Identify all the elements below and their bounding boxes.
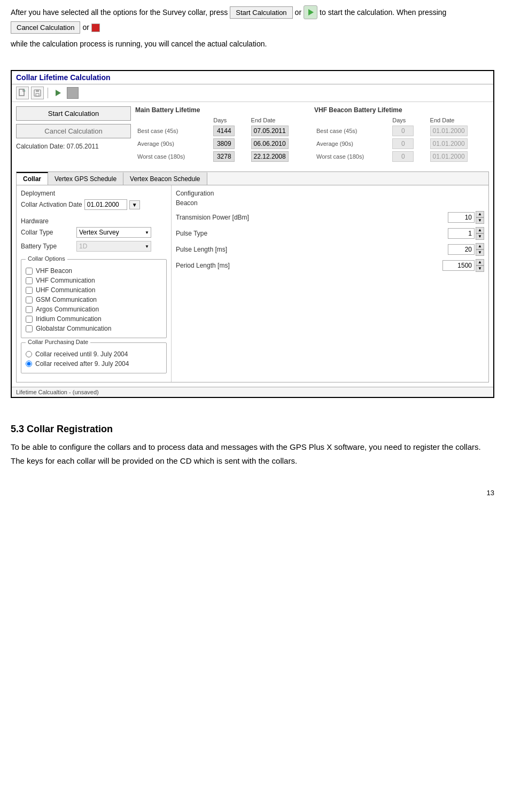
config-spinner-0: ▲ ▼	[448, 211, 484, 224]
vhf-date-1: 01.01.2000	[430, 138, 468, 149]
gsm-comm-label: GSM Communication	[36, 296, 97, 303]
right-results: Main Battery Lifetime Days End Date Best…	[135, 106, 489, 163]
intro-or2: or	[82, 21, 89, 33]
config-spinner-down-1[interactable]: ▼	[476, 233, 484, 240]
tabs-section: Collar Vertex GPS Schedule Vertex Beacon…	[16, 171, 489, 382]
tab-vertex-gps[interactable]: Vertex GPS Schedule	[48, 172, 123, 185]
main-battery-title: Main Battery Lifetime	[135, 106, 310, 114]
uhf-comm-checkbox[interactable]	[26, 287, 33, 294]
toolbar-play-button[interactable]	[52, 87, 65, 99]
left-tab-content: Deployment Collar Activation Date ▼ Hard…	[17, 185, 172, 382]
option-vhf-comm: VHF Communication	[26, 277, 162, 284]
purchasing-option-1: Collar received after 9. July 2004	[26, 360, 162, 368]
battery-type-row: Battery Type 1D	[21, 241, 167, 252]
intro-section: After you have selected all the options …	[11, 5, 494, 50]
vhf-comm-checkbox[interactable]	[26, 277, 33, 284]
activation-date-dropdown-arrow[interactable]: ▼	[129, 200, 140, 209]
option-vhf-beacon: VHF Beacon	[26, 267, 162, 275]
config-spinner-down-2[interactable]: ▼	[476, 249, 484, 256]
intro-or1: or	[295, 6, 301, 18]
config-spinner-btns-3: ▲ ▼	[476, 259, 484, 272]
cancel-calc-button[interactable]: Cancel Calculation	[16, 124, 131, 138]
option-argos-comm: Argos Communication	[26, 306, 162, 313]
vhf-beacon-checkbox[interactable]	[26, 268, 33, 275]
main-days-header: Days	[211, 116, 248, 124]
calc-date: Calculation Date: 07.05.2011	[16, 143, 131, 150]
config-label-1: Pulse Type	[176, 230, 446, 237]
config-spinner-btns-1: ▲ ▼	[476, 227, 484, 240]
vhf-row-0: Best case (45s) 0 01.01.2000	[314, 124, 489, 137]
tab-collar[interactable]: Collar	[17, 172, 48, 185]
intro-to-start: to start the calculation. When pressing	[320, 6, 446, 18]
left-controls: Start Calculation Cancel Calculation Cal…	[16, 106, 131, 163]
config-spinner-down-0[interactable]: ▼	[476, 217, 484, 224]
main-date-2: 22.12.2008	[251, 151, 289, 162]
tab-vertex-beacon[interactable]: Vertex Beacon Schedule	[123, 172, 207, 185]
config-spinner-up-1[interactable]: ▲	[476, 227, 484, 233]
config-spinner-up-2[interactable]: ▲	[476, 243, 484, 249]
config-input-1[interactable]	[448, 228, 475, 239]
intro-start-calc-button[interactable]: Start Calculation	[230, 6, 292, 19]
collar-options-group: Collar Options VHF Beacon VHF Communicat…	[21, 259, 167, 338]
iridium-comm-checkbox[interactable]	[26, 316, 33, 323]
main-battery-block: Main Battery Lifetime Days End Date Best…	[135, 106, 310, 163]
option-gsm-comm: GSM Communication	[26, 296, 162, 303]
config-spinner-3: ▲ ▼	[442, 259, 484, 272]
vhf-comm-label: VHF Communication	[36, 277, 95, 284]
page-number: 13	[11, 489, 494, 497]
config-input-0[interactable]	[448, 212, 475, 223]
collar-type-label: Collar Type	[21, 229, 74, 236]
option-uhf-comm: UHF Communication	[26, 286, 162, 294]
vhf-battery-table: Days End Date Best case (45s) 0 01.01.20…	[314, 116, 489, 163]
toolbar-stop-button[interactable]	[67, 87, 79, 99]
vhf-days-header: Days	[390, 116, 428, 124]
start-calc-button[interactable]: Start Calculation	[16, 106, 131, 121]
option-iridium-comm: Iridium Communication	[26, 315, 162, 323]
config-input-2[interactable]	[448, 244, 475, 255]
battery-type-label: Battery Type	[21, 243, 74, 250]
argos-comm-label: Argos Communication	[36, 306, 99, 313]
config-label-0: Transmision Power [dBm]	[176, 214, 446, 221]
svg-rect-3	[36, 93, 39, 96]
purchasing-radio-0[interactable]	[26, 351, 32, 357]
config-spinner-up-0[interactable]: ▲	[476, 211, 484, 217]
config-spinner-btns-0: ▲ ▼	[476, 211, 484, 224]
svg-rect-2	[36, 90, 39, 92]
collar-type-dropdown[interactable]: Vertex Survey	[76, 227, 151, 238]
gsm-comm-checkbox[interactable]	[26, 296, 33, 303]
toolbar-separator	[48, 88, 48, 98]
main-row-0: Best case (45s) 4144 07.05.2011	[135, 124, 310, 137]
config-label-3: Period Length [ms]	[176, 262, 440, 269]
activation-date-input[interactable]	[84, 199, 127, 210]
svg-rect-0	[19, 89, 24, 96]
toolbar-open-icon[interactable]	[16, 87, 29, 99]
deployment-title: Deployment	[21, 190, 167, 197]
right-tab-content: Configuration Beacon Transmision Power […	[172, 185, 488, 382]
purchasing-label-1: Collar received after 9. July 2004	[35, 360, 129, 368]
vhf-enddate-header: End Date	[428, 116, 489, 124]
panel-body: Start Calculation Cancel Calculation Cal…	[12, 102, 493, 167]
panel-toolbar	[12, 84, 493, 102]
globalstar-comm-checkbox[interactable]	[26, 325, 33, 332]
iridium-comm-label: Iridium Communication	[36, 315, 102, 323]
collar-type-row: Collar Type Vertex Survey	[21, 227, 167, 238]
purchasing-option-0: Collar received until 9. July 2004	[26, 350, 162, 358]
battery-type-dropdown[interactable]: 1D	[76, 241, 151, 252]
argos-comm-checkbox[interactable]	[26, 306, 33, 313]
config-input-3[interactable]	[442, 260, 475, 271]
config-spinner-down-3[interactable]: ▼	[476, 266, 484, 272]
config-spinner-up-3[interactable]: ▲	[476, 259, 484, 266]
config-title: Configuration	[176, 190, 484, 197]
toolbar-save-icon[interactable]	[31, 87, 44, 99]
config-field-1: Pulse Type ▲ ▼	[176, 227, 484, 240]
main-panel: Collar Lifetime Calculation Start Calcul…	[11, 70, 494, 398]
activation-date-label: Collar Activation Date	[21, 201, 82, 208]
purchasing-radio-1[interactable]	[26, 361, 32, 367]
config-field-0: Transmision Power [dBm] ▲ ▼	[176, 211, 484, 224]
intro-cancel-calc-button[interactable]: Cancel Calculation	[11, 21, 80, 34]
vhf-date-2: 01.01.2000	[430, 151, 468, 162]
vhf-row-2: Worst case (180s) 0 01.01.2000	[314, 150, 489, 163]
vhf-beacon-label: VHF Beacon	[36, 267, 72, 275]
purchasing-date-group: Collar Purchasing Date Collar received u…	[21, 342, 167, 373]
vhf-date-0: 01.01.2000	[430, 126, 468, 136]
